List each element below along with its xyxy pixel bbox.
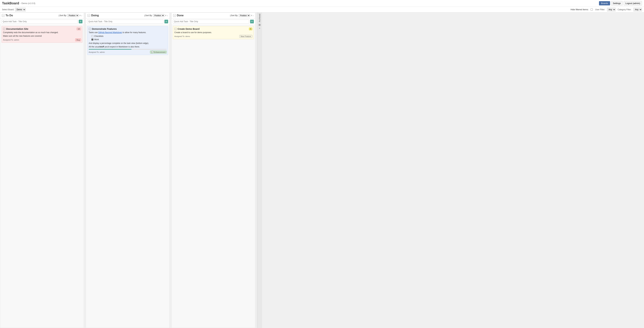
logout-button[interactable]: Logout (admin) <box>624 1 642 6</box>
todo-sort-label: Sort By: <box>60 14 67 17</box>
todo-collapse-btn[interactable]: – <box>2 14 4 17</box>
doing-quick-add-row: + <box>86 19 170 25</box>
column-doing: – Doing 1 Sort By: Position # ↕ + – Demo… <box>86 13 170 328</box>
todo-quick-add-button[interactable]: + <box>79 20 82 23</box>
checklist-label-checklists: Checklists <box>94 35 104 38</box>
checklist-item-work: Work <box>92 38 167 41</box>
card-demo-features-title: Demonstrate Features <box>92 28 167 30</box>
card-create-demo-board-assigned: Assigned To: demo <box>174 35 190 37</box>
done-title: Done <box>177 14 228 17</box>
enhancement-icon: 💬 <box>151 51 154 53</box>
todo-sort-select[interactable]: Position <box>67 14 79 17</box>
done-sort-asc-icon[interactable]: # <box>251 15 252 17</box>
card-demo-features-assigned: Assigned To: admin <box>89 51 105 53</box>
card-create-demo-board-header: – Create Demo Board 5 <box>174 28 252 30</box>
card-doc-site-footer: Assigned To: admin Bug <box>3 39 81 41</box>
doing-quick-add-input[interactable] <box>87 20 164 24</box>
card-doc-site-tag: Bug <box>75 39 81 41</box>
archived-sidebar: Archived 0 » <box>257 13 262 328</box>
column-todo: – To Do 1 Sort By: Position # ↕ + – Docu… <box>0 13 84 328</box>
archived-count: 0 <box>258 24 261 26</box>
card-doc-site-header: – Documentation Site 13 <box>3 28 81 30</box>
card-doc-site-collapse[interactable]: – <box>3 28 6 30</box>
card-doc-site-line1: Completely redo the documentation as so … <box>3 31 81 34</box>
todo-cards: – Documentation Site 13 Completely redo … <box>0 25 84 328</box>
archived-expand-icon[interactable]: » <box>259 27 260 30</box>
doing-collapse-btn[interactable]: – <box>88 14 90 17</box>
card-create-demo-board-footer: Assigned To: demo New Feature <box>174 35 252 38</box>
doing-sort-label: Sort By: <box>145 14 152 17</box>
done-quick-add-input[interactable] <box>173 20 249 24</box>
done-sort: Sort By: Position # ↕ <box>231 14 254 17</box>
done-cards: – Create Demo Board 5 Create a board to … <box>172 25 255 328</box>
checklist-item-checklists: Checklists <box>92 35 167 38</box>
app-subtitle: - Demo (v1.0.0) <box>20 2 35 5</box>
doing-quick-add-button[interactable]: + <box>164 20 168 23</box>
header-right: Boards Settings Logout (admin) <box>599 1 642 6</box>
bold-stuff: stuff <box>100 46 104 48</box>
doing-sort-desc-icon[interactable]: ↕ <box>167 15 168 17</box>
card-demo-features-footer: Assigned To: admin 💬 Enhancement <box>89 51 167 54</box>
boards-button[interactable]: Boards <box>599 1 610 5</box>
toolbar: Select Board: Demo Hide filtered items: … <box>0 7 644 13</box>
toolbar-right: Hide filtered items: User Filter: Any Ca… <box>570 8 642 12</box>
todo-sort-desc-icon[interactable]: ↕ <box>81 15 82 17</box>
card-demo-features-intro: Tasks use GitHub flavored Markdown to al… <box>89 31 167 34</box>
done-count: 1 <box>230 14 231 17</box>
done-collapse-btn[interactable]: – <box>173 14 176 17</box>
doing-sort: Sort By: Position # ↕ <box>145 14 168 17</box>
card-create-demo-board-body: Create a board to use for demo purposes. <box>174 31 252 34</box>
done-sort-select[interactable]: Position <box>239 14 250 17</box>
card-demo-features-extra2: All the usualstuff you'd expect in Markd… <box>89 45 167 48</box>
board-select[interactable]: Demo <box>15 8 26 12</box>
header-left: TaskBoard - Demo (v1.0.0) <box>2 1 35 5</box>
todo-sort-asc-icon[interactable]: # <box>80 15 80 17</box>
italic-usual: usual <box>95 46 100 48</box>
doing-sort-select[interactable]: Position <box>153 14 164 17</box>
card-doc-site-assigned: Assigned To: admin <box>3 39 19 41</box>
todo-quick-add-input[interactable] <box>2 20 78 24</box>
card-demo-features-body: Tasks use GitHub flavored Markdown to al… <box>89 31 167 48</box>
progress-bar-fill <box>89 49 132 50</box>
toolbar-left: Select Board: Demo <box>2 8 26 12</box>
done-quick-add-button[interactable]: + <box>250 20 254 23</box>
card-demo-features: – Demonstrate Features Tasks use GitHub … <box>87 26 168 55</box>
card-create-demo-board-line1: Create a board to use for demo purposes. <box>174 31 252 34</box>
card-doc-site-line2: Make sure all the new features are cover… <box>3 35 81 38</box>
card-demo-features-extra1: And display a percentage complete on the… <box>89 42 167 45</box>
card-doc-site-body: Completely redo the documentation as so … <box>3 31 81 38</box>
doing-title: Doing <box>91 14 143 17</box>
hide-filtered-checkbox[interactable] <box>590 9 593 11</box>
todo-quick-add-row: + <box>0 19 84 25</box>
card-demo-features-collapse[interactable]: – <box>89 28 91 30</box>
settings-button[interactable]: Settings <box>611 1 623 6</box>
card-create-demo-board-collapse[interactable]: – <box>174 28 177 30</box>
card-demo-features-progress-bar <box>89 49 167 50</box>
github-markdown-link[interactable]: GitHub flavored Markdown <box>98 31 122 34</box>
card-doc-site: – Documentation Site 13 Completely redo … <box>2 26 82 43</box>
archived-label[interactable]: Archived <box>258 14 261 22</box>
doing-sort-asc-icon[interactable]: # <box>165 15 166 17</box>
user-filter-label: User Filter: <box>595 9 605 11</box>
category-filter-select[interactable]: Any <box>634 8 642 12</box>
card-demo-features-checklist: Checklists Work <box>92 35 167 41</box>
column-doing-header: – Doing 1 Sort By: Position # ↕ <box>86 13 170 19</box>
column-done: – Done 1 Sort By: Position # ↕ + – Creat… <box>171 13 255 328</box>
done-sort-desc-icon[interactable]: ↕ <box>253 15 254 17</box>
user-filter-select[interactable]: Any <box>607 8 616 12</box>
checkbox-checked-icon <box>92 39 94 41</box>
card-doc-site-title: Documentation Site <box>6 28 76 30</box>
card-create-demo-board-badge: 5 <box>249 28 252 30</box>
todo-sort: Sort By: Position # ↕ <box>60 14 82 17</box>
doing-cards: – Demonstrate Features Tasks use GitHub … <box>86 25 170 328</box>
category-filter-label: Category Filter: <box>618 9 632 11</box>
doing-count: 1 <box>144 14 145 17</box>
card-create-demo-board-tag: New Feature <box>239 35 252 38</box>
checkbox-empty-icon <box>92 35 94 37</box>
checklist-label-work: Work <box>94 38 99 41</box>
done-sort-label: Sort By: <box>231 14 238 17</box>
select-board-label: Select Board: <box>2 9 14 11</box>
todo-title: To Do <box>6 14 57 17</box>
hide-filtered-label: Hide filtered items: <box>570 8 589 11</box>
card-create-demo-board: – Create Demo Board 5 Create a board to … <box>173 26 254 39</box>
